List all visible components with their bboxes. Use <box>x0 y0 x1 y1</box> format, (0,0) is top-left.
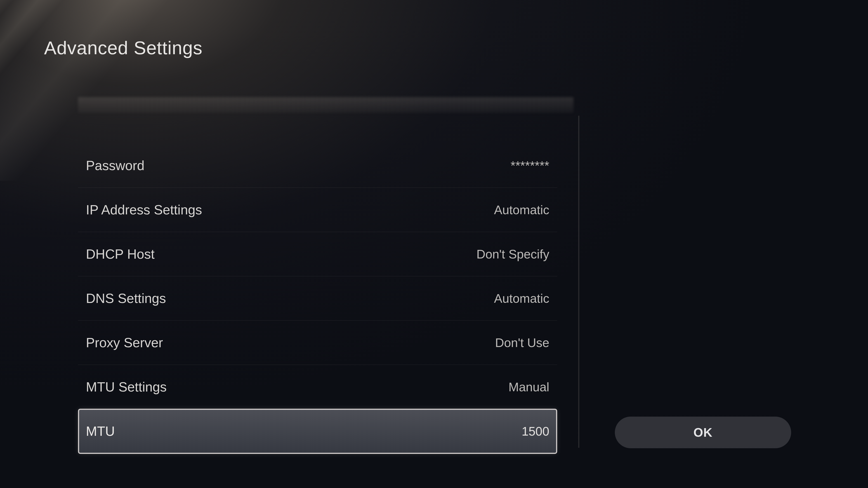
settings-row-proxy[interactable]: Proxy Server Don't Use <box>78 321 557 365</box>
scrollbar[interactable] <box>578 116 579 448</box>
ok-button-label: OK <box>693 425 713 440</box>
row-value: Don't Specify <box>476 247 549 261</box>
row-value: Don't Use <box>495 335 549 350</box>
row-value: Manual <box>508 380 549 394</box>
settings-row-dns[interactable]: DNS Settings Automatic <box>78 276 557 321</box>
row-label: Proxy Server <box>86 335 163 350</box>
row-value: ******** <box>510 158 549 173</box>
settings-row-mtu[interactable]: MTU 1500 <box>78 409 557 454</box>
row-label: IP Address Settings <box>86 202 202 218</box>
row-label: Password <box>86 158 145 173</box>
settings-row-dhcp-host[interactable]: DHCP Host Don't Specify <box>78 232 557 276</box>
ok-button[interactable]: OK <box>615 417 791 448</box>
row-value: Automatic <box>494 203 549 217</box>
settings-list: Password ******** IP Address Settings Au… <box>78 143 557 454</box>
row-label: DNS Settings <box>86 291 166 306</box>
settings-row-password[interactable]: Password ******** <box>78 143 557 188</box>
row-label: MTU Settings <box>86 379 166 395</box>
settings-panel: Password ******** IP Address Settings Au… <box>78 97 574 454</box>
row-value: 1500 <box>522 424 549 438</box>
row-label: DHCP Host <box>86 247 155 262</box>
settings-row-ip-address[interactable]: IP Address Settings Automatic <box>78 188 557 232</box>
row-value: Automatic <box>494 291 549 306</box>
partial-row-top <box>78 97 574 113</box>
row-label: MTU <box>86 424 115 439</box>
page-title: Advanced Settings <box>44 37 203 59</box>
settings-row-mtu-settings[interactable]: MTU Settings Manual <box>78 365 557 409</box>
